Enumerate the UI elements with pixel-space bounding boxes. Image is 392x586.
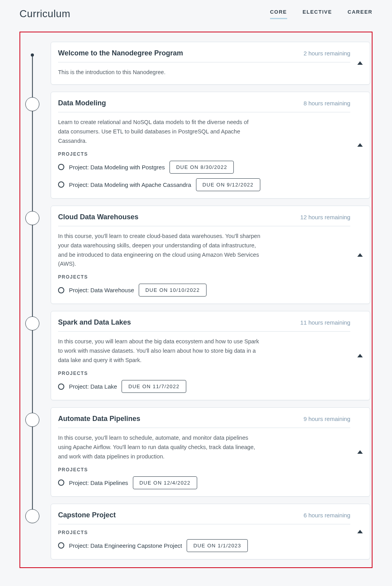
- caret-up-icon: [357, 143, 363, 147]
- tab-core[interactable]: CORE: [270, 9, 287, 19]
- timeline-dot-icon: [31, 53, 34, 57]
- course-title: Capstone Project: [58, 511, 116, 519]
- project-due-badge: DUE ON 12/4/2022: [133, 476, 197, 489]
- project-status-icon: [58, 164, 64, 170]
- course-card: Data Modeling8 hours remainingLearn to c…: [51, 92, 370, 199]
- course-description: In this course, you'll learn to create c…: [58, 232, 261, 269]
- course-card: Cloud Data Warehouses12 hours remainingI…: [51, 206, 370, 304]
- course-card: Capstone Project6 hours remainingPROJECT…: [51, 504, 370, 559]
- collapse-toggle[interactable]: [350, 42, 370, 84]
- project-row[interactable]: Project: Data Engineering Capstone Proje…: [58, 539, 350, 552]
- course-title: Cloud Data Warehouses: [58, 213, 138, 221]
- project-row[interactable]: Project: Data LakeDUE ON 11/7/2022: [58, 380, 350, 393]
- collapse-toggle[interactable]: [350, 408, 370, 496]
- course-title: Data Modeling: [58, 99, 106, 107]
- project-status-icon: [58, 287, 64, 293]
- course-title: Automate Data Pipelines: [58, 415, 140, 423]
- timeline-node-icon: [25, 509, 39, 523]
- collapse-toggle[interactable]: [350, 92, 370, 198]
- projects-label: PROJECTS: [58, 151, 350, 157]
- project-status-icon: [58, 181, 64, 188]
- project-status-icon: [58, 542, 64, 549]
- tab-elective[interactable]: ELECTIVE: [303, 9, 332, 19]
- project-row[interactable]: Project: Data PipelinesDUE ON 12/4/2022: [58, 476, 350, 489]
- collapse-toggle[interactable]: [350, 206, 370, 304]
- caret-up-icon: [357, 530, 363, 533]
- course-remaining: 6 hours remaining: [304, 512, 350, 519]
- tabs: COREELECTIVECAREER: [270, 9, 373, 19]
- course-remaining: 2 hours remaining: [304, 50, 350, 57]
- course-description: In this course, you'll learn to schedule…: [58, 433, 261, 462]
- course-description: This is the introduction to this Nanodeg…: [58, 68, 261, 77]
- timeline-node-icon: [25, 211, 39, 225]
- project-row[interactable]: Project: Data Modeling with PostgresDUE …: [58, 161, 350, 174]
- timeline-node-icon: [25, 413, 39, 427]
- project-name: Project: Data Engineering Capstone Proje…: [69, 542, 182, 549]
- tab-career[interactable]: CAREER: [348, 9, 373, 19]
- projects-label: PROJECTS: [58, 274, 350, 280]
- collapse-toggle[interactable]: [350, 311, 370, 400]
- course-title: Welcome to the Nanodegree Program: [58, 49, 183, 57]
- timeline-node-icon: [25, 316, 39, 330]
- project-row[interactable]: Project: Data WarehouseDUE ON 10/10/2022: [58, 284, 350, 297]
- course-description: Learn to create relational and NoSQL dat…: [58, 118, 261, 146]
- timeline: [22, 42, 43, 559]
- caret-up-icon: [357, 450, 363, 454]
- project-name: Project: Data Pipelines: [69, 479, 128, 486]
- project-due-badge: DUE ON 9/12/2022: [196, 178, 260, 191]
- project-name: Project: Data Warehouse: [69, 287, 134, 293]
- project-due-badge: DUE ON 10/10/2022: [139, 284, 207, 297]
- project-status-icon: [58, 479, 64, 486]
- timeline-line: [32, 55, 33, 516]
- projects-label: PROJECTS: [58, 371, 350, 376]
- course-remaining: 8 hours remaining: [304, 100, 350, 107]
- course-remaining: 9 hours remaining: [304, 416, 350, 422]
- course-title: Spark and Data Lakes: [58, 318, 131, 327]
- project-row[interactable]: Project: Data Modeling with Apache Cassa…: [58, 178, 350, 191]
- project-name: Project: Data Lake: [69, 383, 117, 390]
- course-card: Automate Data Pipelines9 hours remaining…: [51, 407, 370, 497]
- project-due-badge: DUE ON 8/30/2022: [170, 161, 234, 174]
- project-name: Project: Data Modeling with Apache Cassa…: [69, 181, 191, 188]
- caret-up-icon: [357, 354, 363, 357]
- course-card: Spark and Data Lakes11 hours remainingIn…: [51, 311, 370, 400]
- projects-label: PROJECTS: [58, 530, 350, 535]
- highlighted-region: Welcome to the Nanodegree Program2 hours…: [19, 32, 373, 568]
- project-name: Project: Data Modeling with Postgres: [69, 164, 165, 170]
- project-status-icon: [58, 384, 64, 390]
- projects-label: PROJECTS: [58, 467, 350, 472]
- project-due-badge: DUE ON 1/1/2023: [187, 539, 248, 552]
- caret-up-icon: [357, 253, 363, 257]
- collapse-toggle[interactable]: [350, 504, 370, 559]
- course-card: Welcome to the Nanodegree Program2 hours…: [51, 42, 370, 85]
- course-description: In this course, you will learn about the…: [58, 337, 261, 365]
- page-title: Curriculum: [19, 8, 71, 20]
- course-list: Welcome to the Nanodegree Program2 hours…: [51, 42, 370, 559]
- caret-up-icon: [357, 61, 363, 65]
- timeline-node-icon: [25, 97, 39, 111]
- course-remaining: 12 hours remaining: [300, 214, 350, 220]
- course-remaining: 11 hours remaining: [300, 319, 350, 326]
- project-due-badge: DUE ON 11/7/2022: [122, 380, 186, 393]
